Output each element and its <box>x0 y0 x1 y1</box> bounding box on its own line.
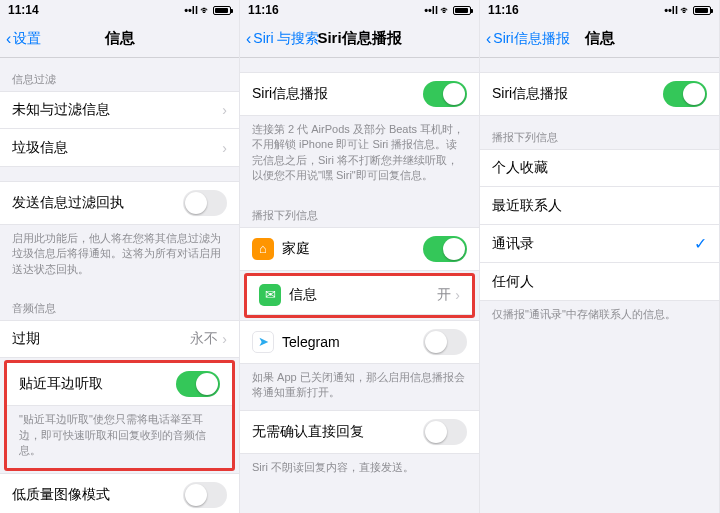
status-bar: 11:14 ••llᯤ <box>0 0 239 20</box>
toggle-siri-announce[interactable] <box>423 81 467 107</box>
home-icon: ⌂ <box>252 238 274 260</box>
back-button[interactable]: ‹Siri 与搜索 <box>246 30 319 48</box>
pane-siri-announce: 11:16 ••llᯤ ‹Siri 与搜索 Siri信息播报 Siri信息播报 … <box>240 0 480 513</box>
checkmark-icon: ✓ <box>694 234 707 253</box>
row-filter-receipt[interactable]: 发送信息过滤回执 <box>0 181 239 225</box>
status-time: 11:16 <box>488 3 519 17</box>
status-bar: 11:16 ••llᯤ <box>480 0 719 20</box>
status-bar: 11:16 ••llᯤ <box>240 0 479 20</box>
footer-raise-to-listen: "贴近耳边听取"使您只需将电话举至耳边，即可快速听取和回复收到的音频信息。 <box>7 406 232 468</box>
row-expire[interactable]: 过期 永不› <box>0 320 239 358</box>
row-reply-no-confirm[interactable]: 无需确认直接回复 <box>240 410 479 454</box>
status-right: ••llᯤ <box>184 4 231 16</box>
messages-icon: ✉︎ <box>259 284 281 306</box>
pane-announce-messages: 11:16 ••llᯤ ‹Siri信息播报 信息 Siri信息播报 播报下列信息… <box>480 0 720 513</box>
chevron-left-icon: ‹ <box>486 31 491 47</box>
chevron-right-icon: › <box>222 331 227 347</box>
status-time: 11:16 <box>248 3 279 17</box>
row-app-messages[interactable]: ✉︎信息 开› <box>247 276 472 315</box>
status-right: ••llᯤ <box>424 4 471 16</box>
settings-list: 信息过滤 未知与过滤信息 › 垃圾信息 › 发送信息过滤回执 启用此功能后，他人… <box>0 58 239 513</box>
chevron-right-icon: › <box>222 102 227 118</box>
status-time: 11:14 <box>8 3 39 17</box>
toggle-reply-no-confirm[interactable] <box>423 419 467 445</box>
settings-list: Siri信息播报 播报下列信息 个人收藏 最近联系人 通讯录 ✓ 任何人 仅播报… <box>480 58 719 513</box>
chevron-left-icon: ‹ <box>6 31 11 47</box>
section-header-audio: 音频信息 <box>0 287 239 320</box>
row-everyone[interactable]: 任何人 <box>480 263 719 301</box>
footer-announce-from: 仅播报"通讯录"中存储联系人的信息。 <box>480 301 719 332</box>
chevron-right-icon: › <box>455 287 460 303</box>
highlight-raise-to-listen: 贴近耳边听取 "贴近耳边听取"使您只需将电话举至耳边，即可快速听取和回复收到的音… <box>4 360 235 471</box>
row-low-quality[interactable]: 低质量图像模式 <box>0 473 239 513</box>
chevron-right-icon: › <box>222 140 227 156</box>
back-button[interactable]: ‹设置 <box>6 30 41 48</box>
toggle-app-home[interactable] <box>423 236 467 262</box>
row-junk[interactable]: 垃圾信息 › <box>0 129 239 167</box>
footer-apps: 如果 App 已关闭通知，那么启用信息播报会将通知重新打开。 <box>240 364 479 411</box>
footer-no-confirm: Siri 不朗读回复内容，直接发送。 <box>240 454 479 485</box>
toggle-siri-announce[interactable] <box>663 81 707 107</box>
row-favorites[interactable]: 个人收藏 <box>480 149 719 187</box>
section-header-announce-from: 播报下列信息 <box>240 194 479 227</box>
toggle-raise-to-listen[interactable] <box>176 371 220 397</box>
row-unknown-filtered[interactable]: 未知与过滤信息 › <box>0 91 239 129</box>
status-right: ••llᯤ <box>664 4 711 16</box>
section-header-filter: 信息过滤 <box>0 58 239 91</box>
section-header-announce-from: 播报下列信息 <box>480 116 719 149</box>
row-raise-to-listen[interactable]: 贴近耳边听取 <box>7 363 232 406</box>
telegram-icon: ➤ <box>252 331 274 353</box>
navbar: ‹Siri信息播报 信息 <box>480 20 719 58</box>
row-siri-announce[interactable]: Siri信息播报 <box>240 72 479 116</box>
row-app-home[interactable]: ⌂家庭 <box>240 227 479 271</box>
footer-filter-receipt: 启用此功能后，他人将在您将其信息过滤为垃圾信息后将得通知。这将为所有对话启用送达… <box>0 225 239 287</box>
settings-list: Siri信息播报 连接第 2 代 AirPods 及部分 Beats 耳机时，不… <box>240 58 479 513</box>
toggle-app-telegram[interactable] <box>423 329 467 355</box>
row-siri-announce[interactable]: Siri信息播报 <box>480 72 719 116</box>
chevron-left-icon: ‹ <box>246 31 251 47</box>
highlight-messages-row: ✉︎信息 开› <box>244 273 475 318</box>
navbar: ‹设置 信息 <box>0 20 239 58</box>
toggle-low-quality[interactable] <box>183 482 227 508</box>
toggle-filter-receipt[interactable] <box>183 190 227 216</box>
row-app-telegram[interactable]: ➤Telegram <box>240 320 479 364</box>
row-contacts[interactable]: 通讯录 ✓ <box>480 225 719 263</box>
back-button[interactable]: ‹Siri信息播报 <box>486 30 570 48</box>
pane-messages-settings: 11:14 ••llᯤ ‹设置 信息 信息过滤 未知与过滤信息 › 垃圾信息 ›… <box>0 0 240 513</box>
footer-siri-announce: 连接第 2 代 AirPods 及部分 Beats 耳机时，不用解锁 iPhon… <box>240 116 479 194</box>
row-recents[interactable]: 最近联系人 <box>480 187 719 225</box>
navbar: ‹Siri 与搜索 Siri信息播报 <box>240 20 479 58</box>
